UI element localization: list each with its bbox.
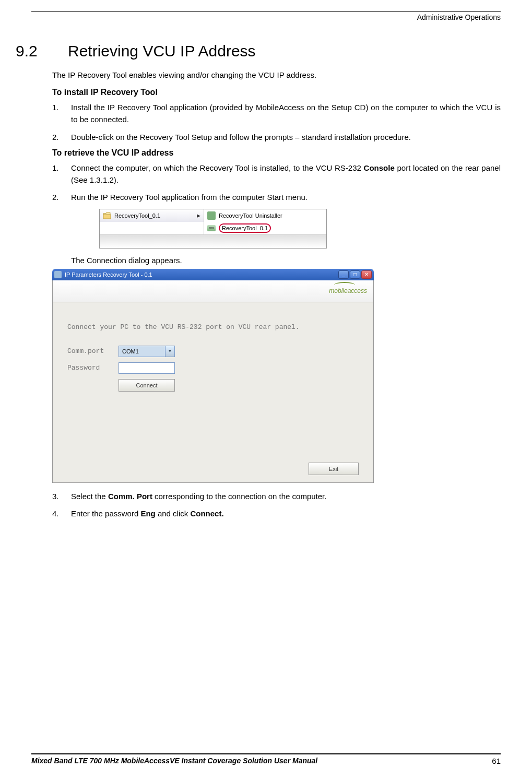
step-number: 2.	[52, 131, 59, 143]
maximize-button[interactable]: □	[350, 270, 360, 279]
step-text-part: ).	[114, 175, 119, 184]
menu-blank	[100, 222, 204, 234]
step-number: 1.	[52, 162, 59, 174]
folder-icon	[103, 212, 111, 219]
list-item: 1. Connect the computer, on which the Re…	[52, 162, 501, 186]
footer-rule	[31, 753, 501, 754]
comm-port-select[interactable]: COM1 ▼	[119, 346, 175, 357]
menu-folder-item[interactable]: RecoveryTool_0.1 ▶	[100, 209, 204, 222]
retrieve-heading: To retrieve the VCU IP address	[52, 148, 501, 158]
after-fig-text: The Connection dialog appears.	[71, 256, 501, 265]
mobileaccess-logo: mobileaccess	[329, 287, 367, 294]
section-title: Retrieving VCU IP Address	[68, 42, 256, 60]
step-bold: Console	[364, 163, 395, 172]
list-item: 2. Run the IP Recovery Tool application …	[52, 191, 501, 203]
screenshot-shadow	[100, 234, 326, 248]
step-number: 3.	[52, 490, 59, 502]
list-item: 2. Double-click on the Recovery Tool Set…	[52, 131, 501, 143]
submenu-arrow-icon: ▶	[197, 213, 200, 218]
menu-row: RecoveryTool_0.1 ▶ RecoveryTool Uninstal…	[100, 209, 326, 222]
comm-port-value: COM1	[122, 348, 139, 354]
step-bold: Comm. Port	[108, 492, 152, 501]
retrieve-steps: 1. Connect the computer, on which the Re…	[52, 162, 501, 204]
window-titlebar: IP Parameters Recovery Tool - 0.1 _ □ ✕	[52, 269, 374, 280]
page-footer: Mixed Band LTE 700 MHz MobileAccessVE In…	[31, 753, 501, 765]
step-number: 1.	[52, 101, 59, 113]
menu-row: ma RecoveryTool_0.1	[100, 222, 326, 234]
connect-button[interactable]: Connect	[119, 379, 175, 392]
footer-manual-title: Mixed Band LTE 700 MHz MobileAccessVE In…	[31, 757, 317, 765]
highlighted-label: RecoveryTool_0.1	[219, 223, 271, 233]
app-icon: ma	[207, 225, 216, 231]
comm-port-label: Comm.port	[67, 347, 119, 355]
page-number: 61	[492, 757, 501, 765]
section-number: 9.2	[16, 42, 68, 60]
section-heading: 9.2Retrieving VCU IP Address	[16, 42, 501, 60]
app-titlebar-icon	[54, 271, 62, 278]
password-input[interactable]	[119, 362, 175, 374]
menu-folder-label: RecoveryTool_0.1	[114, 212, 160, 219]
step-text-part: Enter the password	[71, 509, 140, 518]
password-row: Password	[67, 362, 359, 374]
minimize-button[interactable]: _	[338, 270, 349, 279]
chevron-down-icon: ▼	[165, 346, 174, 357]
menu-uninstaller-item[interactable]: RecoveryTool Uninstaller	[204, 209, 326, 222]
window-title: IP Parameters Recovery Tool - 0.1	[65, 271, 338, 278]
intro-paragraph: The IP Recovery Tool enables viewing and…	[52, 69, 501, 80]
step-bold: Connect.	[190, 509, 223, 518]
list-item: 1. Install the IP Recovery Tool applicat…	[52, 101, 501, 126]
connection-dialog-screenshot: IP Parameters Recovery Tool - 0.1 _ □ ✕ …	[52, 269, 374, 483]
retrieve-steps-continued: 3. Select the Comm. Port corresponding t…	[52, 490, 501, 520]
menu-item-label: RecoveryTool Uninstaller	[219, 212, 282, 219]
uninstaller-icon	[207, 211, 216, 220]
step-text-part: Select the	[71, 492, 108, 501]
start-menu-screenshot: RecoveryTool_0.1 ▶ RecoveryTool Uninstal…	[99, 209, 327, 249]
step-text-part: and click	[156, 509, 191, 518]
list-item: 4. Enter the password Eng and click Conn…	[52, 507, 501, 519]
close-button[interactable]: ✕	[361, 270, 372, 279]
menu-app-item[interactable]: ma RecoveryTool_0.1	[204, 222, 326, 234]
step-text: Run the IP Recovery Tool application fro…	[71, 193, 308, 202]
footer-row: Mixed Band LTE 700 MHz MobileAccessVE In…	[31, 757, 501, 765]
comm-port-row: Comm.port COM1 ▼	[67, 346, 359, 357]
connect-row: Connect	[67, 379, 359, 392]
cross-ref: 1.3.1.2	[90, 175, 114, 184]
header-chapter: Administrative Operations	[31, 12, 501, 42]
window-controls: _ □ ✕	[338, 270, 372, 279]
dialog-message: Connect your PC to the VCU RS-232 port o…	[67, 323, 359, 331]
step-text-part: Connect the computer, on which the Recov…	[71, 163, 364, 172]
list-item: 3. Select the Comm. Port corresponding t…	[52, 490, 501, 502]
step-number: 2.	[52, 191, 59, 203]
dialog-body: Connect your PC to the VCU RS-232 port o…	[52, 302, 374, 483]
step-text: Install the IP Recovery Tool application…	[71, 103, 501, 124]
step-text: Double-click on the Recovery Tool Setup …	[71, 133, 411, 141]
step-number: 4.	[52, 507, 59, 519]
install-heading: To install IP Recovery Tool	[52, 88, 501, 97]
exit-button[interactable]: Exit	[309, 463, 359, 475]
dialog-banner: mobileaccess	[52, 280, 374, 302]
step-text-part: corresponding to the connection on the c…	[152, 492, 327, 501]
install-steps: 1. Install the IP Recovery Tool applicat…	[52, 101, 501, 143]
step-bold: Eng	[140, 509, 155, 518]
password-label: Password	[67, 364, 119, 372]
